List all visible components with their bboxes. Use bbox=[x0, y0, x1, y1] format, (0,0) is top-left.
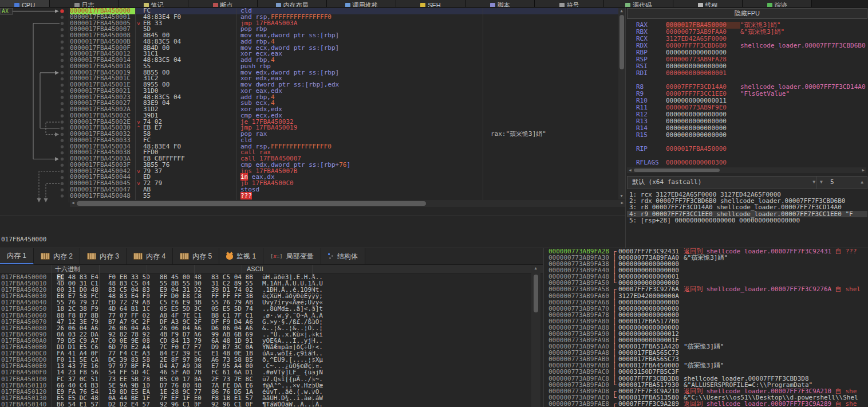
main-tab-踪迹[interactable]: 踪迹 bbox=[743, 0, 812, 7]
register-row-R8[interactable]: R800007FF7F3CD14A0shellcode_loader.00007… bbox=[627, 84, 867, 91]
chevron-up-icon[interactable]: ▲ bbox=[861, 177, 863, 188]
breakpoint-dot[interactable] bbox=[61, 102, 64, 105]
breakpoint-dot[interactable] bbox=[61, 163, 64, 166]
register-row-RDI[interactable]: RDI0000000000000001 bbox=[627, 70, 867, 77]
scroll-up-arrow[interactable]: ▲ bbox=[618, 8, 625, 14]
disasm-row[interactable]: 0000017FBA45003258pop raxrax:"薠冞恑3]娋" bbox=[70, 131, 618, 138]
stack-row[interactable]: 000000773AB9FAC0│00003150D7FB5C3F bbox=[544, 369, 868, 375]
disasm-row[interactable]: 0000017FBA450047ABstosd bbox=[70, 187, 618, 193]
dump-tab-内存 3[interactable]: 内存 3 bbox=[80, 248, 127, 264]
main-tab-脚本[interactable]: 脚本 bbox=[465, 0, 535, 7]
breakpoint-dot[interactable] bbox=[61, 127, 64, 130]
register-row-R15[interactable]: R150000000000000000 bbox=[627, 132, 867, 139]
jump-arrow-margin[interactable]: AX bbox=[0, 8, 70, 204]
breakpoint-dot[interactable] bbox=[61, 108, 64, 111]
register-row-R12[interactable]: R120000000000000000 bbox=[627, 111, 867, 118]
dump-tab-结构体[interactable]: 结构体 bbox=[321, 248, 365, 264]
registers-horizontal-scrollbar[interactable]: ◀ ▶ bbox=[627, 167, 866, 173]
stack-pane[interactable]: 000000773AB9FA28┌00007FF7F3C92431返回到 she… bbox=[544, 248, 868, 407]
breakpoint-dot[interactable] bbox=[61, 188, 64, 191]
dump-tab-内存 4[interactable]: 内存 4 bbox=[127, 248, 173, 264]
breakpoint-dot[interactable] bbox=[61, 120, 64, 123]
breakpoint-dot[interactable] bbox=[61, 176, 64, 179]
register-row-RAX[interactable]: RAX0000017FBA450000"薠冞恑3]娋" bbox=[627, 22, 867, 29]
breakpoint-dot[interactable] bbox=[61, 15, 64, 18]
breakpoint-dot[interactable] bbox=[61, 28, 64, 31]
dump-row[interactable]: 017FBA4500F014 23 F8 5654 FF 5D 4C46 5F … bbox=[0, 369, 543, 375]
main-tab-线程[interactable]: 线程 bbox=[673, 0, 743, 7]
breakpoint-dot[interactable] bbox=[61, 65, 64, 68]
breakpoint-dot[interactable] bbox=[61, 34, 64, 37]
breakpoint-dot[interactable] bbox=[61, 194, 64, 197]
register-row-RSI[interactable]: RSI0000000000000000 bbox=[627, 63, 867, 70]
disasm-row[interactable]: 0000017FBA45001448:83C5 04add rbp,4 bbox=[70, 57, 618, 64]
dump-row[interactable]: 017FBA450100FC 37 0C 5173 EE 5B 7BB5 C0 … bbox=[0, 376, 543, 382]
breakpoint-dot[interactable] bbox=[61, 182, 64, 185]
stack-row[interactable]: 000000773AB9FAE8┌00007FF7F3C9A289返回到 she… bbox=[544, 401, 868, 407]
scroll-right-arrow[interactable]: ▶ bbox=[860, 167, 866, 174]
dump-tab-内存 2[interactable]: 内存 2 bbox=[34, 248, 80, 264]
disasm-row[interactable]: 0000017FBA450042v79 37jns 17FBA45007B bbox=[70, 169, 618, 175]
breakpoint-dot[interactable] bbox=[61, 59, 64, 62]
breakpoint-dot[interactable] bbox=[61, 170, 64, 173]
scroll-left-arrow[interactable]: ◀ bbox=[70, 200, 76, 206]
scroll-left-arrow[interactable]: ◀ bbox=[627, 167, 633, 174]
breakpoint-dot[interactable] bbox=[61, 96, 64, 99]
breakpoint-dot[interactable] bbox=[61, 89, 64, 92]
breakpoint-dot[interactable] bbox=[61, 53, 64, 56]
stack-row[interactable]: 000000773AB9FA58┌00007FF7F3C9276A返回到 she… bbox=[544, 286, 868, 292]
main-tab-SEH[interactable]: SEH bbox=[396, 0, 465, 7]
main-tab-源代码[interactable]: 源代码 bbox=[604, 0, 673, 7]
dump-tab-内存 5[interactable]: 内存 5 bbox=[173, 248, 219, 264]
disasm-row[interactable]: 0000017FBA450005vEB 33jmp 17FBA45003A bbox=[70, 21, 618, 27]
breakpoint-dot[interactable] bbox=[61, 84, 64, 87]
main-tab-符号[interactable]: 符号 bbox=[535, 0, 604, 7]
register-list[interactable]: RAX0000017FBA450000"薠冞恑3]娋"RBX000000773A… bbox=[627, 22, 867, 166]
disasm-vertical-scrollbar[interactable]: ▲ ▼ bbox=[618, 8, 625, 199]
scrollbar-thumb[interactable] bbox=[77, 201, 426, 206]
register-row-RCX[interactable]: RCX3127ED42A65F0000 bbox=[627, 36, 867, 42]
dump-tab-内存 1[interactable]: 内存 1 bbox=[0, 248, 34, 264]
scrollbar-thumb[interactable] bbox=[634, 169, 720, 172]
scroll-right-arrow[interactable]: ▶ bbox=[619, 200, 625, 206]
argument-row[interactable]: 5: [rsp+28] 0000000000000000 00000000000… bbox=[627, 217, 867, 224]
breakpoint-dot[interactable] bbox=[61, 40, 64, 43]
breakpoint-dot[interactable] bbox=[61, 22, 64, 25]
register-row-RDX[interactable]: RDX00007FF7F3CBD6B0shellcode_loader.0000… bbox=[627, 42, 867, 49]
breakpoint-dot[interactable] bbox=[61, 46, 64, 49]
register-row-RSP[interactable]: RSP000000773AB9FA28 bbox=[627, 56, 867, 63]
dump-row[interactable]: 017FBA45006088 F8 B7 8B77 07 FF 02A8 4F … bbox=[0, 312, 543, 319]
scrollbar-thumb[interactable] bbox=[620, 15, 624, 69]
register-row-RBX[interactable]: RBX000000773AB9FAA0&"薠冞恑3]娋" bbox=[627, 29, 867, 36]
breakpoint-dot[interactable] bbox=[61, 151, 64, 154]
main-tab-日志[interactable]: 日志 bbox=[50, 0, 119, 7]
breakpoint-dot-column[interactable] bbox=[60, 9, 64, 197]
argument-list[interactable]: 1: rcx 3127ED42A65F0000 3127ED42A65F0000… bbox=[627, 191, 867, 224]
main-tab-断点[interactable]: 断点 bbox=[188, 0, 258, 7]
dump-tab-监视 1[interactable]: 监视 1 bbox=[219, 248, 263, 264]
main-tab-内存布局[interactable]: 内存布局 bbox=[258, 0, 327, 7]
registers-pane[interactable]: 隐藏FPU RAX0000017FBA450000"薠冞恑3]娋"RBX0000… bbox=[625, 7, 868, 248]
argument-count-spinner[interactable]: ▼ 5 ▲ bbox=[816, 176, 867, 189]
disassembly-pane[interactable]: AX 0000017FBA450000FCcld0000017FBA450001… bbox=[0, 7, 625, 247]
disasm-row[interactable]: 0000017FBA450030^EB E7jmp 17FBA450019 bbox=[70, 125, 618, 131]
register-row-RFLAGS[interactable]: RFLAGS0000000000000300 bbox=[627, 159, 867, 166]
breakpoint-dot[interactable] bbox=[61, 77, 64, 80]
memory-dump-pane[interactable]: 内存 1内存 2内存 3内存 4内存 5监视 1[x=]局部变量结构体 十六进制… bbox=[0, 248, 544, 407]
argument-row[interactable]: 3: r8 00007FF7F3CD14A0 shellcode_loader.… bbox=[627, 204, 867, 210]
scrollbar-thumb[interactable] bbox=[534, 275, 538, 312]
hide-fpu-button[interactable]: 隐藏FPU bbox=[627, 8, 867, 19]
hex-dump-rows[interactable]: 017FBA450000FC 48 83 E4F0 EB 33 5D8B 45 … bbox=[0, 274, 543, 407]
breakpoint-dot[interactable] bbox=[61, 71, 64, 74]
disassembly-rows[interactable]: 0000017FBA450000FCcld0000017FBA45000148:… bbox=[70, 8, 618, 202]
dump-row[interactable]: 017FBA450140B6 54 E1 57D2 D2 E4 5792 96 … bbox=[0, 401, 543, 407]
register-row-R13[interactable]: R130000000000000000 bbox=[627, 118, 867, 125]
breakpoint-dot-active[interactable] bbox=[60, 9, 64, 13]
main-tab-调用堆栈[interactable]: 调用堆栈 bbox=[327, 0, 396, 7]
calling-convention-select[interactable]: 默认 (x64 fastcall) ▼ bbox=[627, 176, 819, 189]
scroll-up-arrow[interactable]: ▲ bbox=[532, 265, 539, 272]
register-row-R9[interactable]: R900007FF7F3CC1EE0"FlsGetValue" bbox=[627, 91, 867, 97]
register-row-RIP[interactable]: RIP0000017FBA450000 bbox=[627, 146, 867, 152]
breakpoint-dot[interactable] bbox=[61, 158, 64, 161]
disasm-row[interactable]: 0000017FBA45004855??? bbox=[70, 193, 618, 199]
